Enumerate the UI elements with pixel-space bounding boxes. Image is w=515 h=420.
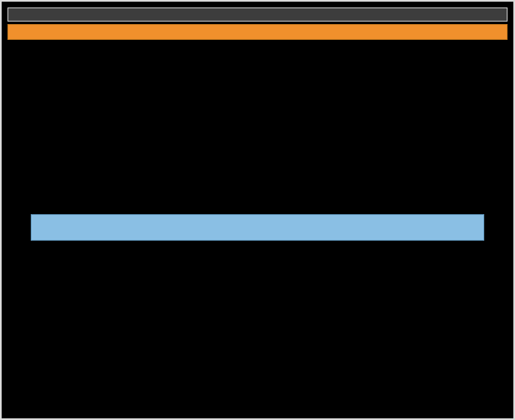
gigathread-engine-bar	[7, 24, 508, 40]
memory-controller-column-right	[487, 42, 508, 413]
host-interface-bar	[7, 7, 508, 22]
gpc-and-cache-area	[31, 42, 484, 413]
memory-controller-column-left	[7, 42, 28, 413]
gpc-row-top	[31, 42, 484, 200]
die-body	[7, 42, 508, 413]
l2-cache-region	[31, 200, 484, 255]
l2-cache-bar	[31, 214, 484, 241]
memory-interface-strip-row-bottom	[31, 244, 484, 253]
gpu-die-diagram	[0, 0, 515, 420]
gpc-row-bottom	[31, 255, 484, 413]
memory-interface-strip-row-top	[31, 202, 484, 211]
